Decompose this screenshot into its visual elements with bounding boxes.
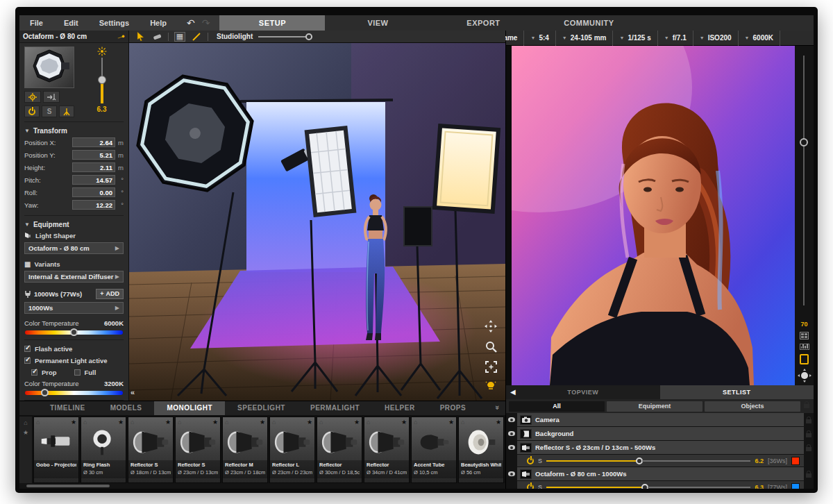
favorite-star-icon[interactable]: ★ [71,419,76,426]
power-toggle-icon[interactable] [527,484,534,489]
full-checkbox[interactable]: ✓ [74,369,81,376]
camera-setting-dropdown[interactable]: ▼ f/7.1 [657,31,693,46]
camera-setting-dropdown[interactable]: ▼ 1/125 s [612,31,657,46]
lock-icon[interactable] [806,419,811,423]
select-tool-icon[interactable] [135,32,146,42]
transform-input[interactable]: 0.00 [72,187,115,197]
library-tab[interactable]: MONOLIGHT [154,401,225,415]
power-toggle-icon[interactable] [527,457,534,464]
visibility-eye-icon[interactable] [508,431,515,436]
transform-input[interactable]: 14.57 [72,175,115,185]
home-filter-icon[interactable]: ⌂ [24,419,27,426]
setlist-filter-button[interactable]: All [509,401,605,412]
redo-icon[interactable]: ↷ [202,16,210,30]
equipment-card[interactable]: ⌂ ★ Beautydish White Ø 56 cm [458,417,504,483]
favorite-star-icon[interactable]: ★ [165,419,171,426]
pin-icon[interactable]: 📍︎ [116,31,126,42]
favorite-star-icon[interactable]: ★ [401,419,407,426]
favorite-star-icon[interactable]: ★ [448,419,454,426]
studiolight-toggle-icon[interactable] [485,381,496,391]
library-tab[interactable]: SPEEDLIGHT [225,401,298,415]
transform-input[interactable]: 5.21 [72,150,115,160]
camera-setting-dropdown[interactable]: ▼ ISO200 [693,31,738,46]
move-to-stand-button[interactable] [43,91,60,103]
fit-frame-icon[interactable] [485,361,497,373]
layout-grid-icon[interactable] [800,332,809,339]
light-shaper-select[interactable]: Octaform - Ø 80 cm ▶ [24,242,124,254]
intensity-slider[interactable] [546,481,750,489]
solo-toggle[interactable]: S [538,457,542,464]
power-button[interactable] [24,106,40,117]
back-arrow-icon[interactable]: ◀ [510,388,516,396]
equipment-card[interactable]: ⌂ ★ Reflector Ø 30cm / D 18,5cm [317,417,362,483]
collapse-panel-icon[interactable]: « [131,388,135,396]
zoom-tool-icon[interactable] [485,341,497,353]
transform-input[interactable]: 2.11 [72,162,115,172]
pan-move-icon[interactable] [485,320,497,333]
visibility-eye-icon[interactable] [508,445,515,450]
equipment-header[interactable]: ▼ Equipment [24,219,124,230]
favorite-star-icon[interactable]: ★ [496,419,501,426]
main-tab[interactable]: SETUP [219,15,325,31]
visibility-eye-icon[interactable] [508,417,515,422]
lock-icon[interactable] [806,447,811,451]
menu-item[interactable]: File [19,15,53,31]
transform-input[interactable]: 12.22 [72,200,115,210]
camera-setting-dropdown[interactable]: ▼ 24-105 mm [555,31,613,46]
main-tab[interactable]: EXPORT [430,15,536,31]
camera-setting-dropdown[interactable]: ▼ 6000K [738,31,780,46]
setlist-row[interactable]: Octaform - Ø 80 cm - 1000Ws [517,467,804,480]
main-tab[interactable]: VIEW [325,15,430,31]
lock-all-icon[interactable] [804,404,809,408]
equipment-card[interactable]: ⌂ ★ Gobo - Projector [33,417,79,483]
setlist-filter-button[interactable]: Equipment [607,401,702,412]
setlist-filter-button[interactable]: Objects [705,401,800,412]
library-scrollbar[interactable] [19,483,505,489]
camera-setting-dropdown[interactable]: ▼ 5:4 [523,31,555,46]
main-tab[interactable]: COMMUNITY [536,15,641,31]
setlist-row[interactable]: Camera [517,413,804,426]
tab-topview[interactable]: TOPVIEW [506,385,660,399]
equipment-card[interactable]: ⌂ ★ Reflector M Ø 23cm / D 18cm [222,417,268,483]
lock-icon[interactable] [806,473,811,478]
intensity-slider[interactable] [97,58,107,103]
menu-item[interactable]: Help [140,15,177,31]
light-color-swatch[interactable] [791,483,800,489]
equipment-card[interactable]: ⌂ ★ Reflector S Ø 18cm / D 13cm [128,417,174,483]
histogram-icon[interactable] [800,344,809,350]
eraser-tool-icon[interactable] [151,32,162,42]
camera-preview-photo[interactable] [512,46,795,385]
intensity-slider[interactable] [546,455,750,467]
menu-item[interactable]: Edit [53,15,89,31]
add-light-button[interactable]: +ADD [96,289,124,299]
transform-input[interactable]: 2.64 [72,137,115,147]
equipment-card[interactable]: ⌂ ★ Reflector L Ø 23cm / D 23cm [269,417,315,483]
favorite-star-icon[interactable]: ★ [307,419,312,426]
stand-button[interactable] [59,106,74,117]
equipment-card[interactable]: ⌂ ★ Reflector Ø 34cm / D 41cm [364,417,410,483]
color-temp-slider[interactable] [25,330,123,335]
setlist-row[interactable]: Background [517,427,804,440]
visibility-eye-icon[interactable] [508,471,515,476]
menu-item[interactable]: Settings [89,15,140,31]
favorite-star-icon[interactable]: ★ [260,419,265,426]
favorite-star-icon[interactable]: ★ [212,419,218,426]
transform-header[interactable]: ▼ Transform [24,125,124,136]
pan-joystick-icon[interactable] [798,369,811,383]
scrollbar-thumb[interactable] [26,485,110,487]
solo-toggle[interactable]: S [538,484,542,489]
library-tab[interactable]: TIMELINE [37,401,98,415]
equipment-card[interactable]: ⌂ ★ Accent Tube Ø 10,5 cm [411,417,457,483]
aim-target-button[interactable] [24,91,41,103]
tab-setlist[interactable]: SETLIST [660,385,814,399]
library-tab[interactable]: PERMALIGHT [298,401,372,415]
studio-viewport[interactable]: ▦ Studiolight [129,31,505,401]
studiolight-slider[interactable] [258,33,312,40]
collapse-panel-chevron-icon[interactable]: » [494,405,502,410]
flash-active-checkbox[interactable]: ✓ [24,346,31,352]
studio-scene[interactable] [129,43,505,401]
lock-icon[interactable] [806,433,811,437]
library-tab[interactable]: MODELS [98,401,155,415]
library-tab[interactable]: HELPER [372,401,428,415]
favorite-star-icon[interactable]: ★ [118,419,124,426]
